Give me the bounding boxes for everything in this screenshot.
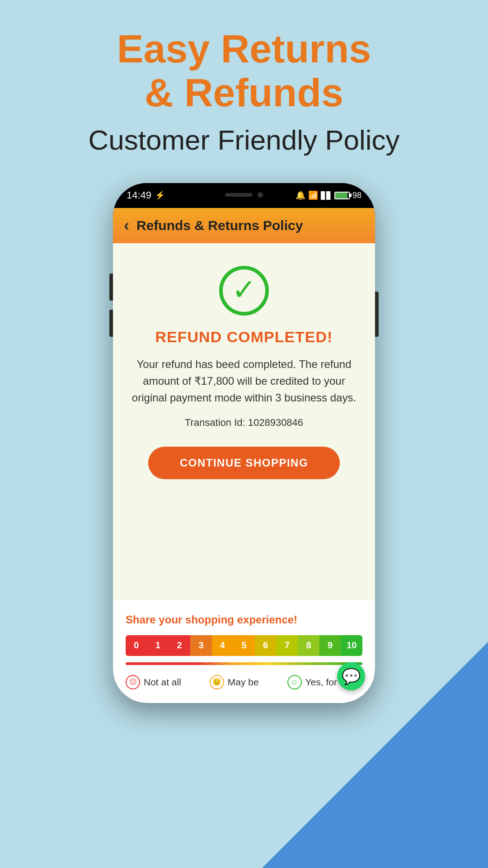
rating-cell-10[interactable]: 10 (341, 635, 362, 656)
refund-completed-title: REFUND COMPLETED! (155, 328, 333, 346)
rating-gradient-bar (126, 662, 362, 665)
rating-cell-7[interactable]: 7 (276, 635, 298, 656)
rating-cell-1[interactable]: 1 (147, 635, 169, 656)
power-button (375, 292, 379, 337)
continue-shopping-button[interactable]: CONTINUE SHOPPING (148, 447, 340, 479)
status-bar: 14:49 ⚡ 🔔 📶 ▊▊ 98 (113, 183, 375, 208)
wifi-icon: 📶 (308, 190, 318, 200)
battery-icon (334, 192, 350, 199)
speaker (225, 193, 252, 197)
rating-scale[interactable]: 012345678910 (126, 635, 362, 656)
sad-face-icon: ☹ (126, 675, 140, 689)
whatsapp-fab-button[interactable]: 💬 (337, 662, 365, 690)
rating-cell-5[interactable]: 5 (233, 635, 255, 656)
whatsapp-icon: 💬 (342, 669, 361, 684)
rating-section: Share your shopping experience! 01234567… (113, 600, 375, 703)
check-icon: ✓ (232, 275, 256, 304)
rating-cell-0[interactable]: 0 (126, 635, 147, 656)
subtitle: Customer Friendly Policy (88, 124, 399, 156)
happy-face-icon: ☺ (287, 675, 302, 689)
status-icons: 🔔 📶 ▊▊ 98 (296, 190, 361, 200)
back-button[interactable]: ‹ (124, 216, 129, 235)
refund-description: Your refund has beed completed. The refu… (127, 356, 361, 406)
transaction-id: Transation Id: 1028930846 (185, 417, 303, 429)
activity-icon: ⚡ (155, 190, 165, 200)
rating-title: Share your shopping experience! (126, 613, 362, 626)
header-title: Refunds & Returns Policy (136, 218, 303, 233)
volume-up-button (109, 274, 113, 301)
rating-labels: ☹ Not at all 😐 May be ☺ Yes, for Sure! (126, 675, 362, 689)
volume-down-button (109, 310, 113, 337)
rating-cell-8[interactable]: 8 (298, 635, 319, 656)
status-time: 14:49 ⚡ (127, 189, 165, 201)
rating-cell-3[interactable]: 3 (190, 635, 212, 656)
neutral-face-icon: 😐 (210, 675, 224, 689)
phone-mockup: 14:49 ⚡ 🔔 📶 ▊▊ 98 ‹ Refun (113, 183, 375, 703)
rating-cell-6[interactable]: 6 (255, 635, 277, 656)
label-not-at-all: ☹ Not at all (126, 675, 181, 689)
main-title: Easy Returns & Refunds (117, 27, 371, 115)
signal-icon: ▊▊ (321, 191, 332, 200)
app-header: ‹ Refunds & Returns Policy (113, 208, 375, 243)
phone-notch (208, 187, 280, 203)
alarm-icon: 🔔 (296, 190, 305, 200)
rating-cell-9[interactable]: 9 (319, 635, 341, 656)
refund-content-area: ✓ REFUND COMPLETED! Your refund has beed… (113, 243, 375, 600)
front-camera (258, 192, 263, 198)
phone-screen-content: ‹ Refunds & Returns Policy ✓ REFUND COMP… (113, 208, 375, 703)
label-maybe: 😐 May be (210, 675, 259, 689)
rating-cell-2[interactable]: 2 (169, 635, 190, 656)
success-checkmark: ✓ (219, 266, 269, 316)
rating-cell-4[interactable]: 4 (212, 635, 234, 656)
